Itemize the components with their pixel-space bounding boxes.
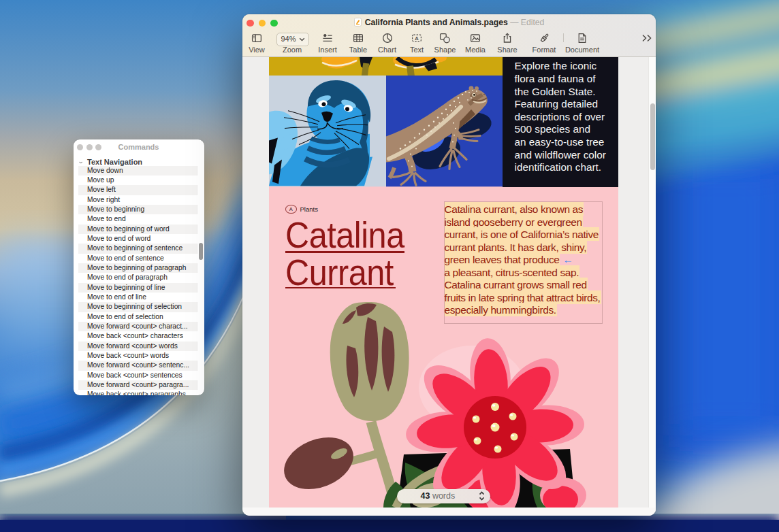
svg-text:A: A (415, 35, 419, 41)
